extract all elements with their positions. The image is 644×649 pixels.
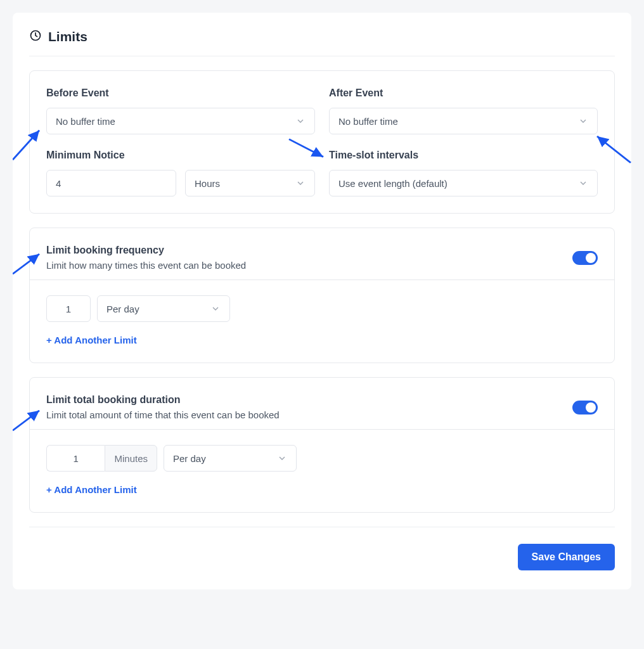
- footer: Save Changes: [29, 527, 615, 570]
- frequency-title: Limit booking frequency: [46, 245, 246, 256]
- frequency-period-select[interactable]: Per day: [97, 295, 230, 322]
- chevron-down-icon: [578, 178, 588, 188]
- chevron-down-icon: [578, 116, 588, 126]
- before-event-value: No buffer time: [56, 116, 115, 127]
- duration-add-another-button[interactable]: + Add Another Limit: [46, 484, 137, 495]
- chevron-down-icon: [277, 453, 287, 463]
- frequency-period-value: Per day: [106, 304, 139, 314]
- duration-period-value: Per day: [173, 453, 206, 464]
- duration-toggle[interactable]: [572, 401, 598, 414]
- clock-icon: [29, 29, 42, 44]
- interval-label: Time-slot intervals: [329, 150, 598, 161]
- page-title: Limits: [48, 29, 87, 44]
- after-event-select[interactable]: No buffer time: [329, 108, 598, 134]
- duration-value-input[interactable]: [46, 445, 105, 472]
- before-event-label: Before Event: [46, 87, 315, 99]
- chevron-down-icon: [295, 178, 306, 188]
- before-event-select[interactable]: No buffer time: [46, 108, 315, 134]
- duration-period-select[interactable]: Per day: [164, 445, 297, 472]
- min-notice-input[interactable]: [46, 170, 176, 196]
- chevron-down-icon: [295, 116, 306, 126]
- interval-value: Use event length (default): [338, 178, 448, 189]
- frequency-add-another-button[interactable]: + Add Another Limit: [46, 335, 137, 345]
- frequency-toggle[interactable]: [572, 251, 598, 265]
- min-notice-unit-value: Hours: [195, 178, 220, 189]
- interval-select[interactable]: Use event length (default): [329, 170, 598, 196]
- frequency-count-input[interactable]: [46, 295, 91, 322]
- min-notice-label: Minimum Notice: [46, 150, 315, 161]
- duration-desc: Limit total amount of time that this eve…: [46, 409, 280, 420]
- frequency-section: Limit booking frequency Limit how many t…: [29, 228, 615, 363]
- chevron-down-icon: [210, 304, 221, 314]
- duration-title: Limit total booking duration: [46, 394, 280, 406]
- min-notice-unit-select[interactable]: Hours: [185, 170, 315, 196]
- save-button[interactable]: Save Changes: [518, 544, 615, 570]
- frequency-desc: Limit how many times this event can be b…: [46, 260, 246, 271]
- page-header: Limits: [29, 29, 615, 56]
- buffer-section: Before Event No buffer time After Event …: [29, 70, 615, 214]
- duration-unit-addon: Minutes: [105, 445, 157, 472]
- after-event-value: No buffer time: [338, 116, 398, 127]
- duration-section: Limit total booking duration Limit total…: [29, 377, 615, 513]
- after-event-label: After Event: [329, 87, 598, 99]
